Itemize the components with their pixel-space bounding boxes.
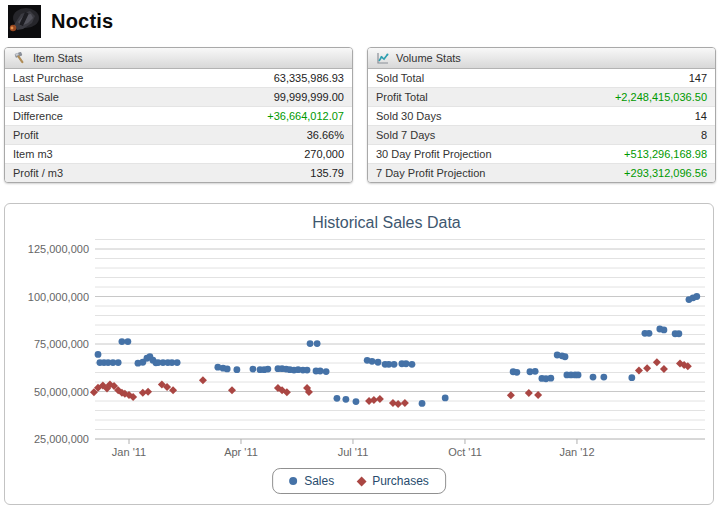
x-axis-label: Jul '11 — [338, 446, 369, 458]
sales-point — [119, 338, 126, 345]
sales-point — [369, 358, 376, 365]
row-value: +36,664,012.07 — [267, 110, 344, 122]
x-axis-label: Jan '12 — [559, 446, 594, 458]
legend-item-sales[interactable]: Sales — [289, 474, 334, 488]
purchase-point — [643, 364, 651, 372]
sales-point — [600, 374, 607, 381]
row-value: +2,248,415,036.50 — [615, 91, 707, 103]
chart-legend: Sales Purchases — [272, 468, 446, 494]
row-label: Sold 7 Days — [376, 129, 435, 141]
purchase-point — [144, 388, 152, 396]
table-row: 7 Day Profit Projection+293,312,096.56 — [368, 163, 715, 182]
sales-point — [628, 374, 635, 381]
y-axis-label: 125,000,000 — [28, 243, 89, 255]
sales-point — [233, 366, 240, 373]
sales-point — [317, 368, 324, 375]
sales-point — [532, 368, 539, 375]
row-value: +293,312,096.56 — [624, 167, 707, 179]
table-row: Profit36.66% — [5, 125, 352, 144]
item-stats-header: Item Stats — [5, 48, 352, 69]
row-value: 147 — [689, 72, 707, 84]
sales-point — [124, 338, 131, 345]
sales-point — [353, 398, 360, 405]
sales-point — [115, 359, 122, 366]
volume-stats-header: Volume Stats — [368, 48, 715, 69]
sales-point — [693, 293, 700, 300]
sales-point — [562, 353, 569, 360]
row-value: 63,335,986.93 — [274, 72, 344, 84]
sales-point — [334, 395, 341, 402]
sales-point — [323, 368, 330, 375]
table-row: Last Purchase63,335,986.93 — [5, 69, 352, 87]
row-value: 8 — [701, 129, 707, 141]
sales-point — [314, 340, 321, 347]
purchase-point — [525, 389, 533, 397]
sales-point — [95, 351, 102, 358]
item-stats-table: Item Stats Last Purchase63,335,986.93Las… — [4, 47, 353, 183]
item-stats-title: Item Stats — [33, 52, 83, 64]
purchase-point — [199, 376, 207, 384]
purchase-point — [534, 391, 542, 399]
item-thumbnail-icon — [8, 5, 41, 38]
purchase-point — [653, 358, 661, 366]
chart-icon — [376, 51, 390, 65]
x-axis-label: Jan '11 — [112, 446, 146, 458]
row-label: Last Sale — [13, 91, 59, 103]
table-row: Profit Total+2,248,415,036.50 — [368, 87, 715, 106]
item-stats-body: Last Purchase63,335,986.93Last Sale99,99… — [5, 69, 352, 182]
sales-point — [403, 360, 410, 367]
volume-stats-title: Volume Stats — [396, 52, 461, 64]
purchase-point — [401, 399, 409, 407]
row-value: 135.79 — [310, 167, 344, 179]
row-value: 99,999,999.00 — [274, 91, 344, 103]
page-title: Noctis — [51, 10, 113, 33]
app-header: Noctis — [8, 5, 113, 38]
row-value: 36.66% — [307, 129, 344, 141]
sales-point — [391, 361, 398, 368]
volume-stats-body: Sold Total147Profit Total+2,248,415,036.… — [368, 69, 715, 182]
sales-point — [590, 374, 597, 381]
x-axis-label: Apr '11 — [224, 446, 258, 458]
sales-point — [419, 400, 426, 407]
table-row: Last Sale99,999,999.00 — [5, 87, 352, 106]
sales-point — [675, 330, 682, 337]
table-row: Sold 30 Days14 — [368, 106, 715, 125]
sales-point — [224, 365, 231, 372]
sales-point — [661, 327, 668, 334]
sales-point — [250, 366, 257, 373]
sales-point — [513, 369, 520, 376]
sales-point — [442, 395, 449, 402]
purchases-marker-icon — [357, 476, 367, 486]
sales-point — [547, 375, 554, 382]
legend-label-sales: Sales — [304, 474, 334, 488]
hammer-icon — [13, 51, 27, 65]
sales-point — [646, 330, 653, 337]
purchase-point — [507, 391, 515, 399]
row-label: Difference — [13, 110, 63, 122]
historical-sales-chart-panel: Historical Sales Data 125,000,000100,000… — [4, 203, 714, 505]
row-label: Last Purchase — [13, 72, 83, 84]
row-value: 14 — [695, 110, 707, 122]
volume-stats-table: Volume Stats Sold Total147Profit Total+2… — [367, 47, 716, 183]
row-label: Profit — [13, 129, 39, 141]
sales-point — [342, 396, 349, 403]
stats-row: Item Stats Last Purchase63,335,986.93Las… — [4, 47, 716, 183]
purchase-point — [228, 386, 236, 394]
x-axis-label: Oct '11 — [448, 446, 482, 458]
table-row: Profit / m3135.79 — [5, 163, 352, 182]
y-axis-label: 25,000,000 — [34, 433, 89, 445]
sales-point — [264, 366, 271, 373]
row-value: +513,296,168.98 — [624, 148, 707, 160]
sales-marker-icon — [289, 477, 297, 485]
table-row: Item m3270,000 — [5, 144, 352, 163]
purchase-point — [635, 367, 643, 375]
table-row: Difference+36,664,012.07 — [5, 106, 352, 125]
sales-point — [304, 367, 311, 374]
y-axis-label: 75,000,000 — [34, 338, 89, 350]
sales-point — [174, 359, 181, 366]
row-label: Item m3 — [13, 148, 53, 160]
legend-item-purchases[interactable]: Purchases — [358, 474, 429, 488]
row-label: Sold Total — [376, 72, 424, 84]
y-axis-label: 50,000,000 — [34, 386, 89, 398]
legend-label-purchases: Purchases — [372, 474, 429, 488]
